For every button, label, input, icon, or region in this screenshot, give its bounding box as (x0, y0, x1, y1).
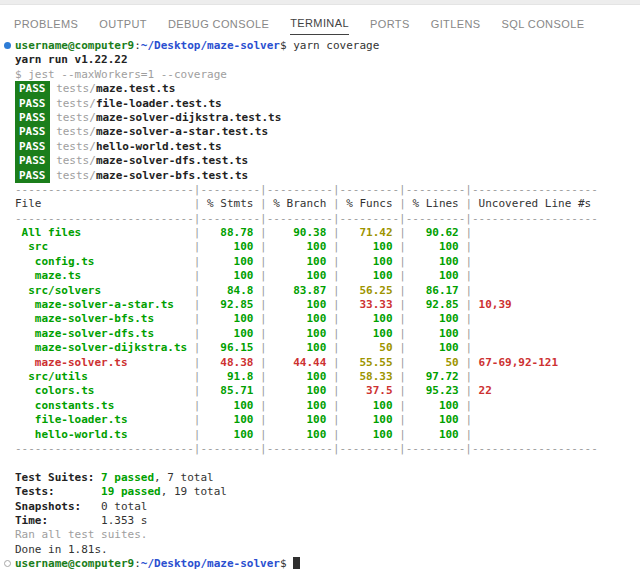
tab-sql-console[interactable]: SQL CONSOLE (502, 18, 585, 35)
text-segment: | (465, 341, 472, 354)
test-filename: maze-solver-bfs.test.ts (96, 169, 248, 182)
text-segment: | (399, 312, 406, 325)
text-segment: ---------------------------|---------|--… (15, 442, 598, 455)
text-segment: | (465, 327, 472, 340)
text-segment: | (465, 384, 472, 397)
text-segment: | (465, 428, 472, 441)
coverage-cell: 92.85 (200, 298, 260, 311)
table-row: file-loader.ts | 100 | 100 | 100 | 100 | (3, 413, 640, 427)
text-segment: | (399, 341, 406, 354)
table-row: maze.ts | 100 | 100 | 100 | 100 | (3, 269, 640, 283)
coverage-cell: 33.33 (340, 298, 400, 311)
text-segment: | (465, 240, 472, 253)
text-segment: | (333, 197, 340, 210)
coverage-cell: 56.25 (340, 284, 400, 297)
command-decoration-icon[interactable] (4, 560, 11, 567)
test-dir: tests/ (56, 154, 96, 167)
pass-line: PASS tests/file-loader.test.ts (3, 97, 640, 111)
file-cell: maze-solver-bfs.ts (15, 312, 194, 325)
uncovered-cell: 10,39 (472, 298, 598, 311)
text-segment: | (333, 327, 340, 340)
text-segment: | (465, 399, 472, 412)
terminal-cursor (293, 557, 300, 569)
tab-output[interactable]: OUTPUT (99, 18, 147, 35)
table-row: maze-solver-dfs.ts | 100 | 100 | 100 | 1… (3, 327, 640, 341)
test-dir: tests/ (56, 111, 96, 124)
text-segment: | (260, 370, 267, 383)
coverage-cell: 90.62 (406, 226, 466, 239)
test-dir: tests/ (56, 97, 96, 110)
text-segment: | (333, 356, 340, 369)
coverage-cell: 100 (267, 240, 333, 253)
tab-debug-console[interactable]: DEBUG CONSOLE (168, 18, 269, 35)
text-segment: Ran all test suites. (15, 528, 147, 541)
column-header: Uncovered Line #s (472, 197, 598, 210)
coverage-cell: 100 (406, 399, 466, 412)
tab-ports[interactable]: PORTS (370, 18, 410, 35)
text-segment: | (465, 356, 472, 369)
coverage-cell: 100 (406, 341, 466, 354)
text-segment: Done in 1.81s. (15, 543, 108, 556)
text-segment: ---------------------------|---------|--… (15, 183, 598, 196)
coverage-cell: 100 (267, 269, 333, 282)
column-header: % Stmts (200, 197, 260, 210)
pass-badge: PASS (15, 153, 50, 168)
summary-total: , 19 total (161, 485, 227, 498)
text-segment: | (260, 269, 267, 282)
summary-line: Snapshots: 0 total (3, 500, 640, 514)
coverage-cell: 100 (406, 312, 466, 325)
coverage-cell: 100 (200, 312, 260, 325)
coverage-cell: 100 (200, 413, 260, 426)
pass-line: PASS tests/maze-solver-a-star.test.ts (3, 125, 640, 139)
text-segment: | (399, 269, 406, 282)
tab-problems[interactable]: PROBLEMS (14, 18, 78, 35)
table-row: maze-solver-a-star.ts | 92.85 | 100 | 33… (3, 298, 640, 312)
coverage-cell: 100 (267, 327, 333, 340)
column-header: File (15, 197, 194, 210)
table-row: maze-solver.ts | 48.38 | 44.44 | 55.55 |… (3, 356, 640, 370)
text-segment: | (333, 269, 340, 282)
text-segment: | (465, 298, 472, 311)
coverage-cell: 44.44 (267, 356, 333, 369)
pass-badge: PASS (15, 168, 50, 183)
coverage-cell: 100 (406, 255, 466, 268)
coverage-cell: 100 (340, 269, 400, 282)
coverage-cell: 50 (340, 341, 400, 354)
decoration-gutter (3, 557, 15, 571)
file-cell: file-loader.ts (15, 413, 194, 426)
coverage-cell: 100 (200, 399, 260, 412)
command-text: yarn coverage (293, 39, 379, 52)
pass-badge: PASS (15, 124, 50, 139)
coverage-cell: 100 (406, 269, 466, 282)
table-divider: ---------------------------|---------|--… (3, 442, 640, 456)
coverage-cell: 92.85 (406, 298, 466, 311)
pass-badge: PASS (15, 96, 50, 111)
summary-passed: 7 passed (101, 471, 154, 484)
decoration-gutter (3, 39, 15, 53)
tab-gitlens[interactable]: GITLENS (431, 18, 481, 35)
file-cell: constants.ts (15, 399, 194, 412)
text-segment: | (260, 428, 267, 441)
summary-total: 1.353 s (101, 514, 147, 527)
text-segment: | (260, 240, 267, 253)
summary-passed: 19 passed (101, 485, 161, 498)
coverage-cell: 96.15 (200, 341, 260, 354)
text-segment: | (260, 341, 267, 354)
table-row: maze-solver-bfs.ts | 100 | 100 | 100 | 1… (3, 312, 640, 326)
panel-tab-bar: PROBLEMSOUTPUTDEBUG CONSOLETERMINALPORTS… (0, 5, 640, 35)
table-divider: ---------------------------|---------|--… (3, 212, 640, 226)
terminal[interactable]: username@computer9:~/Desktop/maze-solver… (0, 35, 640, 571)
coverage-cell: 100 (340, 312, 400, 325)
pass-line: PASS tests/hello-world.test.ts (3, 140, 640, 154)
pass-line: PASS tests/maze-solver-dijkstra.test.ts (3, 111, 640, 125)
command-decoration-icon[interactable] (4, 42, 11, 49)
prompt-line: username@computer9:~/Desktop/maze-solver… (3, 39, 640, 53)
tab-terminal[interactable]: TERMINAL (290, 17, 349, 35)
file-cell: src/solvers (15, 284, 194, 297)
text-segment: | (260, 384, 267, 397)
summary-label: Snapshots: (15, 500, 101, 513)
text-segment: | (260, 327, 267, 340)
table-row: src/solvers | 84.8 | 83.87 | 56.25 | 86.… (3, 284, 640, 298)
prompt-path: ~/Desktop/maze-solver (141, 39, 280, 52)
coverage-cell: 100 (406, 428, 466, 441)
